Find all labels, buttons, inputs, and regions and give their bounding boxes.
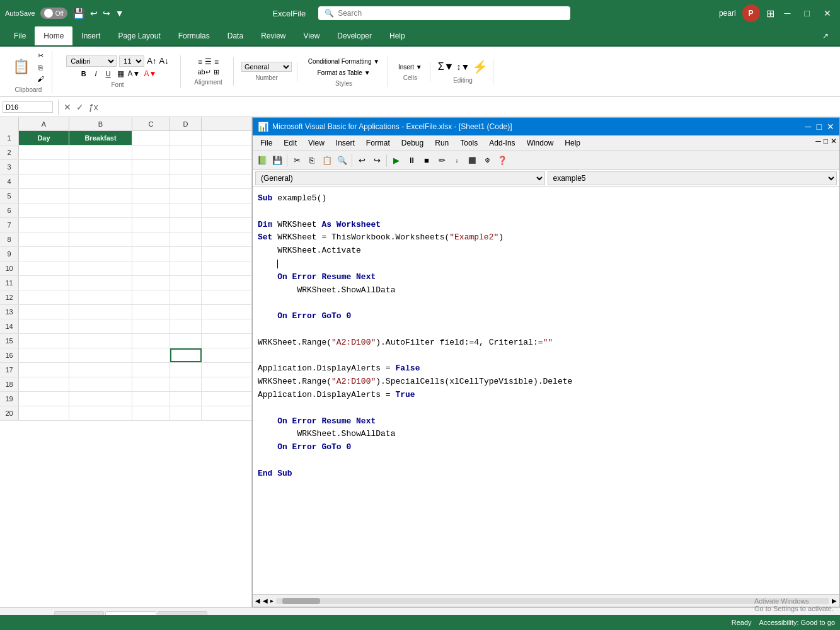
cell-b8[interactable] [69, 232, 132, 246]
fill-color-icon[interactable]: A▼ [128, 69, 141, 78]
cell-b12[interactable] [69, 290, 132, 304]
cell-c2[interactable] [132, 146, 170, 159]
vba-object-selector[interactable]: (General) [255, 171, 545, 185]
vba-menu-view[interactable]: View [303, 137, 330, 149]
view-icon[interactable]: ⊞ [766, 8, 774, 20]
cell-c12[interactable] [132, 290, 170, 304]
underline-button[interactable]: U [103, 69, 113, 79]
vba-menu-help[interactable]: Help [560, 137, 585, 149]
cell-c6[interactable] [132, 203, 170, 217]
vba-menu-tools[interactable]: Tools [455, 137, 483, 149]
decrease-font-icon[interactable]: A↓ [159, 56, 169, 66]
cell-c5[interactable] [132, 189, 170, 203]
maximize-icon[interactable]: □ [801, 7, 814, 20]
search-box[interactable]: 🔍 [318, 6, 570, 20]
cell-a14[interactable] [19, 319, 69, 333]
cell-a9[interactable] [19, 247, 69, 261]
vba-design-icon[interactable]: ✏ [435, 154, 449, 168]
tab-home[interactable]: Home [35, 26, 72, 45]
cell-b1[interactable]: Breakfast [69, 131, 132, 145]
vba-find-icon[interactable]: 🔍 [335, 154, 349, 168]
undo-icon[interactable]: ↩ [90, 8, 98, 18]
cell-b9[interactable] [69, 247, 132, 261]
vba-copy-icon[interactable]: ⎘ [305, 154, 319, 168]
vba-breakpoint-icon[interactable]: ⬛ [465, 154, 479, 168]
cell-c15[interactable] [132, 334, 170, 348]
tab-developer[interactable]: Developer [328, 26, 381, 45]
cell-d14[interactable] [170, 319, 202, 333]
cell-c4[interactable] [132, 175, 170, 188]
vba-excel-icon[interactable]: 📗 [255, 154, 269, 168]
conditional-format-button[interactable]: Conditional Formatting ▼ [306, 57, 382, 66]
cell-d12[interactable] [170, 290, 202, 304]
vba-menu-run[interactable]: Run [430, 137, 454, 149]
flash-fill-icon[interactable]: ⚡ [472, 59, 488, 74]
cell-c9[interactable] [132, 247, 170, 261]
number-format-select[interactable]: General [241, 62, 292, 72]
sort-icon[interactable]: ↕▼ [456, 62, 469, 72]
cell-b5[interactable] [69, 189, 132, 203]
cell-b4[interactable] [69, 175, 132, 188]
cell-c19[interactable] [132, 392, 170, 406]
confirm-formula-icon[interactable]: ✓ [76, 102, 84, 112]
vba-stepinto-icon[interactable]: ↓ [450, 154, 464, 168]
cell-c8[interactable] [132, 232, 170, 246]
cell-d10[interactable] [170, 261, 202, 275]
italic-button[interactable]: I [93, 69, 100, 79]
cell-a19[interactable] [19, 392, 69, 406]
cell-d1[interactable] [170, 131, 202, 145]
cell-b6[interactable] [69, 203, 132, 217]
align-left-icon[interactable]: ≡ [198, 57, 202, 66]
insert-function-icon[interactable]: ƒx [89, 102, 98, 112]
vba-menu-addins[interactable]: Add-Ins [484, 137, 520, 149]
cell-b15[interactable] [69, 334, 132, 348]
cell-a16[interactable] [19, 348, 69, 362]
cell-c1[interactable] [132, 131, 170, 145]
customize-icon[interactable]: ▼ [115, 8, 124, 18]
vba-scroll-left[interactable]: ◀ [255, 597, 260, 604]
cell-b10[interactable] [69, 261, 132, 275]
minimize-icon[interactable]: ─ [781, 7, 795, 20]
cell-a11[interactable] [19, 276, 69, 290]
vba-procedure-selector[interactable]: example5 [548, 171, 837, 185]
cell-b19[interactable] [69, 392, 132, 406]
format-painter-button[interactable]: 🖌 [35, 74, 47, 84]
cell-d13[interactable] [170, 305, 202, 319]
cell-a13[interactable] [19, 305, 69, 319]
cell-b18[interactable] [69, 377, 132, 391]
cell-c11[interactable] [132, 276, 170, 290]
vba-scroll-nav[interactable]: ▸ [270, 597, 273, 604]
cell-c20[interactable] [132, 406, 170, 420]
cell-d2[interactable] [170, 146, 202, 159]
paste-button[interactable]: 📋 [10, 57, 32, 76]
cell-a4[interactable] [19, 175, 69, 188]
vba-menu-file[interactable]: File [255, 137, 277, 149]
autosave-toggle[interactable]: Off [40, 8, 67, 19]
tab-formulas[interactable]: Formulas [170, 26, 219, 45]
insert-cell-button[interactable]: Insert ▼ [396, 62, 425, 72]
cell-d15[interactable] [170, 334, 202, 348]
vba-scroll-track[interactable] [276, 598, 829, 604]
save-icon[interactable]: 💾 [72, 8, 85, 20]
vba-scroll-left2[interactable]: ◀ [263, 597, 268, 604]
cancel-formula-icon[interactable]: ✕ [64, 102, 71, 112]
cell-d20[interactable] [170, 406, 202, 420]
tab-file[interactable]: File [5, 26, 35, 45]
align-center-icon[interactable]: ☰ [205, 57, 212, 66]
tab-review[interactable]: Review [252, 26, 294, 45]
vba-close-icon[interactable]: ✕ [827, 122, 834, 132]
align-right-icon[interactable]: ≡ [214, 57, 219, 66]
cell-a17[interactable] [19, 363, 69, 377]
vba-menu-debug[interactable]: Debug [396, 137, 429, 149]
format-as-table-button[interactable]: Format as Table ▼ [314, 68, 372, 77]
cell-d11[interactable] [170, 276, 202, 290]
vba-menu-restore-icon[interactable]: □ [824, 137, 828, 149]
cell-d6[interactable] [170, 203, 202, 217]
cell-a2[interactable] [19, 146, 69, 159]
vba-help-icon[interactable]: ❓ [495, 154, 509, 168]
cell-c14[interactable] [132, 319, 170, 333]
vba-menu-minimize-icon[interactable]: ─ [815, 137, 821, 149]
cell-d8[interactable] [170, 232, 202, 246]
tab-page-layout[interactable]: Page Layout [109, 26, 169, 45]
cell-c16[interactable] [132, 348, 170, 362]
